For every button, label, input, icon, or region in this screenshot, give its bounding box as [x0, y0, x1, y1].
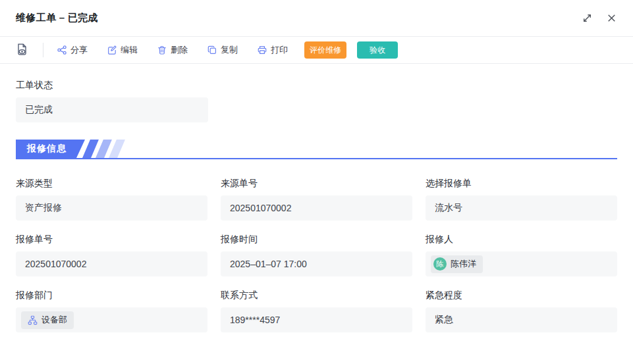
- toolbar-actions: 分享编辑删除复制打印: [57, 44, 288, 56]
- field-value-box: 202501070002: [221, 195, 412, 221]
- toolbar-delete-button[interactable]: 删除: [157, 44, 188, 56]
- field-value-box: 189****4597: [221, 307, 412, 332]
- field-value-box: 设备部: [16, 307, 207, 332]
- field-1: 来源单号202501070002: [221, 178, 412, 221]
- toolbar-share-button[interactable]: 分享: [57, 44, 88, 56]
- field-value: 紧急: [435, 314, 453, 326]
- delete-icon: [157, 45, 167, 55]
- toolbar-divider: [43, 43, 43, 57]
- toolbar-print-button[interactable]: 打印: [257, 44, 288, 56]
- dialog-header: 维修工单 – 已完成: [0, 0, 633, 37]
- evaluate-repair-button[interactable]: 评价维修: [304, 41, 346, 59]
- toolbar-edit-button[interactable]: 编辑: [107, 44, 138, 56]
- avatar: 陈: [433, 257, 447, 271]
- department-name: 设备部: [41, 314, 67, 326]
- field-value-box: 202501070002: [16, 251, 207, 276]
- field-2: 选择报修单流水号: [426, 178, 617, 221]
- header-icons: [582, 13, 617, 24]
- repair-work-order-dialog: 维修工单 – 已完成: [0, 0, 633, 364]
- toolbar-copy-button[interactable]: 复制: [207, 44, 238, 56]
- field-value: 202501070002: [25, 259, 86, 269]
- field-value-box: 陈陈伟洋: [426, 251, 617, 276]
- copy-icon: [207, 45, 217, 55]
- person-name: 陈伟洋: [451, 258, 476, 270]
- banner-stripe: [109, 140, 125, 158]
- field-label: 报修部门: [16, 290, 207, 301]
- field-label: 报修时间: [221, 234, 412, 246]
- accept-button[interactable]: 验收: [357, 41, 398, 59]
- preview-document-button[interactable]: [16, 43, 28, 58]
- status-value-box: 已完成: [16, 97, 208, 122]
- field-3: 报修单号202501070002: [16, 234, 207, 276]
- dialog-title: 维修工单 – 已完成: [16, 12, 98, 24]
- field-value: 资产报修: [25, 202, 62, 214]
- field-7: 联系方式189****4597: [221, 290, 412, 332]
- field-label: 选择报修单: [426, 178, 617, 190]
- field-value-box: 紧急: [426, 307, 617, 332]
- toolbar-action-label: 分享: [70, 44, 88, 56]
- edit-icon: [107, 45, 117, 55]
- dialog-body: 工单状态 已完成 报修信息 来源类型资产报修来源单号202501070002选择…: [0, 64, 633, 348]
- person-chip[interactable]: 陈陈伟洋: [431, 255, 483, 273]
- toolbar: 分享编辑删除复制打印 评价维修 验收: [0, 37, 633, 64]
- org-chart-icon: [28, 315, 38, 325]
- share-icon: [57, 45, 67, 55]
- field-label: 来源单号: [221, 178, 412, 190]
- close-icon[interactable]: [606, 13, 617, 24]
- field-6: 报修部门设备部: [16, 290, 207, 332]
- field-value: 2025–01–07 17:00: [230, 259, 307, 269]
- section-banner: 报修信息: [16, 140, 85, 158]
- field-label: 来源类型: [16, 178, 207, 190]
- section-header-repair-info: 报修信息: [16, 140, 617, 159]
- fields-grid: 来源类型资产报修来源单号202501070002选择报修单流水号报修单号2025…: [16, 178, 617, 332]
- section-title: 报修信息: [27, 143, 67, 155]
- field-label: 联系方式: [221, 290, 412, 301]
- status-label: 工单状态: [16, 80, 617, 91]
- field-8: 紧急程度紧急: [426, 290, 617, 332]
- expand-icon[interactable]: [582, 13, 593, 24]
- document-preview-icon: [16, 43, 28, 58]
- field-value: 189****4597: [230, 315, 280, 325]
- field-label: 紧急程度: [426, 290, 617, 301]
- field-0: 来源类型资产报修: [16, 178, 207, 221]
- toolbar-action-label: 复制: [221, 44, 238, 56]
- field-value-box: 2025–01–07 17:00: [221, 251, 412, 276]
- status-field: 工单状态 已完成: [16, 80, 617, 122]
- field-5: 报修人陈陈伟洋: [426, 234, 617, 276]
- status-value: 已完成: [25, 104, 53, 116]
- field-value: 202501070002: [230, 203, 291, 213]
- field-label: 报修单号: [16, 234, 207, 246]
- field-value-box: 资产报修: [16, 195, 207, 221]
- field-value-box: 流水号: [426, 195, 617, 221]
- field-4: 报修时间2025–01–07 17:00: [221, 234, 412, 276]
- toolbar-action-label: 打印: [271, 44, 288, 56]
- print-icon: [257, 45, 267, 55]
- toolbar-action-label: 删除: [171, 44, 188, 56]
- toolbar-action-label: 编辑: [121, 44, 138, 56]
- field-label: 报修人: [426, 234, 617, 246]
- department-chip[interactable]: 设备部: [21, 311, 74, 329]
- field-value: 流水号: [435, 202, 462, 214]
